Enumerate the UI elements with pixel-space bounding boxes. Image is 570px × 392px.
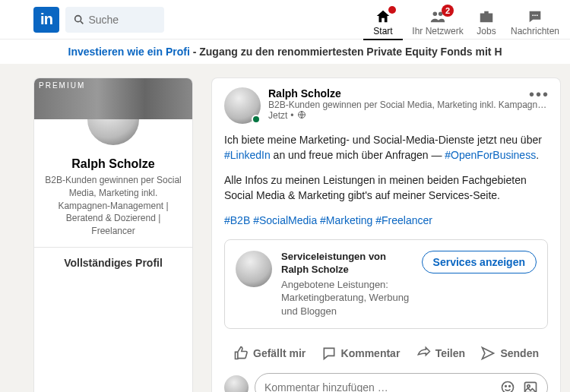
svg-point-2: [433, 11, 438, 15]
nav-network[interactable]: 2 Ihr Netzwerk: [410, 8, 465, 40]
action-label: Senden: [500, 347, 539, 359]
home-icon: [375, 8, 391, 26]
thumbs-up-icon: [233, 346, 249, 361]
top-header: in Start 2 Ihr Netzwerk Jobs: [0, 0, 570, 40]
services-button[interactable]: Services anzeigen: [422, 251, 537, 273]
nav-jobs[interactable]: Jobs: [465, 8, 508, 40]
action-label: Kommentar: [341, 347, 401, 359]
post-menu-button[interactable]: •••: [529, 86, 549, 103]
view-full-profile[interactable]: Vollständiges Profil: [34, 247, 192, 280]
hashtag-linkedin[interactable]: #LinkedIn: [224, 149, 271, 161]
post-actions: Gefällt mir Kommentar Teilen Senden: [224, 335, 548, 370]
speech-bubble-icon: [321, 346, 337, 361]
post-meta: Jetzt •: [268, 110, 548, 121]
svg-point-10: [509, 386, 511, 387]
profile-card: PREMIUM Ralph Scholze B2B-Kunden gewinne…: [33, 77, 193, 392]
top-nav: Start 2 Ihr Netzwerk Jobs Nachrichten: [356, 0, 562, 40]
comment-composer: [224, 370, 548, 392]
notification-badge: 2: [442, 5, 454, 17]
svg-point-9: [505, 386, 507, 387]
svg-point-5: [534, 14, 536, 16]
share-arrow-icon: [416, 346, 431, 361]
post-header: Ralph Scholze B2B-Kunden gewinnen per So…: [224, 87, 548, 124]
feed-post: ••• Ralph Scholze B2B-Kunden gewinnen pe…: [211, 77, 561, 392]
profile-cover: PREMIUM: [34, 78, 192, 119]
comment-button[interactable]: Kommentar: [315, 340, 407, 367]
premium-tag: PREMIUM: [39, 81, 85, 90]
action-label: Teilen: [435, 347, 465, 359]
send-icon: [480, 346, 496, 361]
user-avatar-small[interactable]: [224, 375, 249, 392]
promo-text: - Zugang zu den renommiertesten Private …: [190, 46, 502, 58]
action-label: Gefällt mir: [253, 347, 306, 359]
comment-input-wrap[interactable]: [255, 373, 548, 392]
people-icon: 2: [429, 8, 446, 26]
presence-indicator: [252, 115, 261, 124]
svg-point-12: [527, 385, 530, 387]
nav-label: Nachrichten: [511, 26, 559, 36]
share-button[interactable]: Teilen: [410, 340, 471, 367]
author-name[interactable]: Ralph Scholze: [268, 87, 548, 100]
service-title: Serviceleistungen von Ralph Scholze: [281, 251, 413, 277]
post-text: Ich biete meine Marketing- und Social-Me…: [224, 134, 542, 146]
emoji-icon[interactable]: [500, 380, 515, 392]
send-button[interactable]: Senden: [474, 340, 545, 367]
profile-name[interactable]: Ralph Scholze: [34, 157, 192, 171]
search-icon: [73, 14, 85, 26]
hashtag-openforbusiness[interactable]: #OpenForBusiness: [445, 149, 536, 161]
profile-headline: B2B-Kunden gewinnen per Social Media, Ma…: [34, 171, 192, 247]
comment-input[interactable]: [264, 381, 500, 392]
service-subtitle: Angebotene Leistungen: Marketingberatung…: [281, 278, 413, 318]
like-button[interactable]: Gefällt mir: [227, 340, 312, 367]
nav-label: Ihr Netzwerk: [412, 26, 463, 36]
nav-label: Start: [373, 26, 392, 36]
search-input[interactable]: [88, 14, 149, 26]
svg-line-1: [81, 21, 83, 24]
svg-point-4: [532, 14, 534, 16]
image-icon[interactable]: [523, 380, 538, 392]
author-headline: B2B-Kunden gewinnen per Social Media, Ma…: [268, 100, 548, 110]
post-text: .: [536, 149, 539, 161]
svg-point-0: [75, 15, 81, 21]
service-avatar: [236, 251, 272, 287]
svg-point-6: [537, 14, 538, 16]
briefcase-icon: [478, 8, 495, 26]
nav-home[interactable]: Start: [356, 8, 410, 40]
chat-icon: [527, 8, 543, 26]
notification-badge: [388, 6, 396, 14]
linkedin-logo[interactable]: in: [33, 7, 59, 33]
promo-bar[interactable]: Investieren wie ein Profi - Zugang zu de…: [0, 40, 570, 64]
nav-label: Jobs: [477, 26, 496, 36]
promo-link[interactable]: Investieren wie ein Profi: [68, 46, 190, 58]
hashtag-row[interactable]: #B2B #SocialMedia #Marketing #Freelancer: [224, 213, 548, 229]
post-body: Ich biete meine Marketing- und Social-Me…: [224, 133, 548, 229]
post-time: Jetzt: [268, 110, 287, 121]
search-box[interactable]: [65, 7, 164, 33]
post-text: an und freue mich über Anfragen —: [271, 149, 445, 161]
nav-messages[interactable]: Nachrichten: [508, 8, 562, 40]
globe-icon: [297, 110, 306, 121]
post-text: Alle Infos zu meinen Leistungen in meine…: [224, 173, 548, 203]
service-card[interactable]: Serviceleistungen von Ralph Scholze Ange…: [224, 239, 548, 329]
